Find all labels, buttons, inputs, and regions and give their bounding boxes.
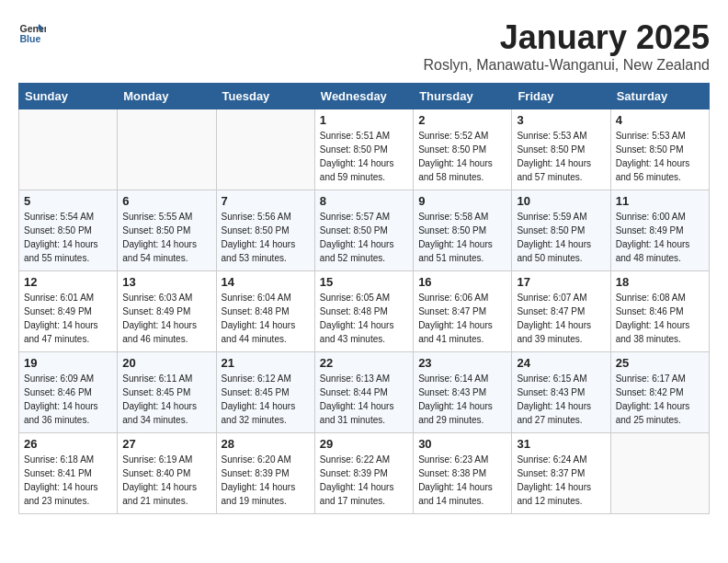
day-number: 22 (320, 356, 408, 370)
weekday-header-friday: Friday (512, 84, 610, 109)
day-info: Sunrise: 6:05 AM Sunset: 8:48 PM Dayligh… (320, 291, 408, 346)
calendar-cell: 23Sunrise: 6:14 AM Sunset: 8:43 PM Dayli… (414, 352, 512, 433)
calendar-cell: 29Sunrise: 6:22 AM Sunset: 8:39 PM Dayli… (314, 433, 413, 514)
weekday-header-row: SundayMondayTuesdayWednesdayThursdayFrid… (19, 84, 710, 109)
day-info: Sunrise: 5:53 AM Sunset: 8:50 PM Dayligh… (517, 129, 605, 184)
day-number: 8 (320, 194, 408, 208)
calendar-cell: 12Sunrise: 6:01 AM Sunset: 8:49 PM Dayli… (19, 271, 118, 352)
day-info: Sunrise: 5:57 AM Sunset: 8:50 PM Dayligh… (320, 210, 408, 265)
day-info: Sunrise: 6:06 AM Sunset: 8:47 PM Dayligh… (418, 291, 506, 346)
calendar-title: January 2025 (423, 18, 710, 57)
calendar-cell (610, 433, 709, 514)
calendar-cell (216, 109, 314, 190)
calendar-cell: 27Sunrise: 6:19 AM Sunset: 8:40 PM Dayli… (118, 433, 216, 514)
weekday-header-wednesday: Wednesday (314, 84, 413, 109)
day-info: Sunrise: 6:15 AM Sunset: 8:43 PM Dayligh… (517, 372, 605, 427)
day-info: Sunrise: 6:18 AM Sunset: 8:41 PM Dayligh… (24, 453, 112, 508)
calendar-week-row: 26Sunrise: 6:18 AM Sunset: 8:41 PM Dayli… (19, 433, 710, 514)
day-info: Sunrise: 5:53 AM Sunset: 8:50 PM Dayligh… (616, 129, 704, 184)
calendar-cell: 2Sunrise: 5:52 AM Sunset: 8:50 PM Daylig… (414, 109, 512, 190)
day-number: 6 (122, 194, 210, 208)
day-number: 30 (418, 437, 506, 451)
day-number: 12 (24, 275, 112, 289)
day-info: Sunrise: 6:09 AM Sunset: 8:46 PM Dayligh… (24, 372, 112, 427)
day-number: 4 (616, 113, 704, 127)
day-info: Sunrise: 6:17 AM Sunset: 8:42 PM Dayligh… (616, 372, 704, 427)
day-number: 10 (517, 194, 605, 208)
calendar-cell: 24Sunrise: 6:15 AM Sunset: 8:43 PM Dayli… (512, 352, 610, 433)
day-number: 31 (517, 437, 605, 451)
day-info: Sunrise: 6:11 AM Sunset: 8:45 PM Dayligh… (122, 372, 210, 427)
weekday-header-thursday: Thursday (414, 84, 512, 109)
day-info: Sunrise: 5:56 AM Sunset: 8:50 PM Dayligh… (222, 210, 310, 265)
weekday-header-monday: Monday (118, 84, 216, 109)
day-number: 29 (320, 437, 408, 451)
day-info: Sunrise: 5:52 AM Sunset: 8:50 PM Dayligh… (418, 129, 506, 184)
day-number: 2 (418, 113, 506, 127)
day-info: Sunrise: 6:22 AM Sunset: 8:39 PM Dayligh… (320, 453, 408, 508)
calendar-cell: 1Sunrise: 5:51 AM Sunset: 8:50 PM Daylig… (314, 109, 413, 190)
calendar-cell: 10Sunrise: 5:59 AM Sunset: 8:50 PM Dayli… (512, 190, 610, 271)
day-info: Sunrise: 6:13 AM Sunset: 8:44 PM Dayligh… (320, 372, 408, 427)
calendar-cell: 9Sunrise: 5:58 AM Sunset: 8:50 PM Daylig… (414, 190, 512, 271)
calendar-cell (19, 109, 118, 190)
day-info: Sunrise: 6:20 AM Sunset: 8:39 PM Dayligh… (222, 453, 310, 508)
weekday-header-sunday: Sunday (19, 84, 118, 109)
calendar-cell (118, 109, 216, 190)
calendar-table: SundayMondayTuesdayWednesdayThursdayFrid… (18, 83, 710, 514)
calendar-cell: 8Sunrise: 5:57 AM Sunset: 8:50 PM Daylig… (314, 190, 413, 271)
logo: General Blue (18, 18, 46, 46)
calendar-week-row: 12Sunrise: 6:01 AM Sunset: 8:49 PM Dayli… (19, 271, 710, 352)
day-number: 18 (616, 275, 704, 289)
day-info: Sunrise: 5:54 AM Sunset: 8:50 PM Dayligh… (24, 210, 112, 265)
day-number: 21 (222, 356, 310, 370)
day-number: 7 (222, 194, 310, 208)
weekday-header-saturday: Saturday (610, 84, 709, 109)
day-info: Sunrise: 6:23 AM Sunset: 8:38 PM Dayligh… (418, 453, 506, 508)
calendar-cell: 4Sunrise: 5:53 AM Sunset: 8:50 PM Daylig… (610, 109, 709, 190)
calendar-cell: 22Sunrise: 6:13 AM Sunset: 8:44 PM Dayli… (314, 352, 413, 433)
day-number: 27 (122, 437, 210, 451)
day-info: Sunrise: 6:04 AM Sunset: 8:48 PM Dayligh… (222, 291, 310, 346)
calendar-cell: 25Sunrise: 6:17 AM Sunset: 8:42 PM Dayli… (610, 352, 709, 433)
day-info: Sunrise: 6:08 AM Sunset: 8:46 PM Dayligh… (616, 291, 704, 346)
calendar-week-row: 1Sunrise: 5:51 AM Sunset: 8:50 PM Daylig… (19, 109, 710, 190)
day-number: 24 (517, 356, 605, 370)
day-number: 14 (222, 275, 310, 289)
calendar-cell: 14Sunrise: 6:04 AM Sunset: 8:48 PM Dayli… (216, 271, 314, 352)
day-info: Sunrise: 6:01 AM Sunset: 8:49 PM Dayligh… (24, 291, 112, 346)
calendar-cell: 11Sunrise: 6:00 AM Sunset: 8:49 PM Dayli… (610, 190, 709, 271)
day-info: Sunrise: 6:12 AM Sunset: 8:45 PM Dayligh… (222, 372, 310, 427)
day-info: Sunrise: 5:58 AM Sunset: 8:50 PM Dayligh… (418, 210, 506, 265)
calendar-cell: 7Sunrise: 5:56 AM Sunset: 8:50 PM Daylig… (216, 190, 314, 271)
day-info: Sunrise: 5:55 AM Sunset: 8:50 PM Dayligh… (122, 210, 210, 265)
day-info: Sunrise: 5:51 AM Sunset: 8:50 PM Dayligh… (320, 129, 408, 184)
calendar-cell: 19Sunrise: 6:09 AM Sunset: 8:46 PM Dayli… (19, 352, 118, 433)
calendar-cell: 5Sunrise: 5:54 AM Sunset: 8:50 PM Daylig… (19, 190, 118, 271)
day-number: 19 (24, 356, 112, 370)
day-info: Sunrise: 5:59 AM Sunset: 8:50 PM Dayligh… (517, 210, 605, 265)
day-number: 1 (320, 113, 408, 127)
calendar-cell: 6Sunrise: 5:55 AM Sunset: 8:50 PM Daylig… (118, 190, 216, 271)
calendar-cell: 15Sunrise: 6:05 AM Sunset: 8:48 PM Dayli… (314, 271, 413, 352)
day-number: 11 (616, 194, 704, 208)
day-info: Sunrise: 6:19 AM Sunset: 8:40 PM Dayligh… (122, 453, 210, 508)
calendar-cell: 18Sunrise: 6:08 AM Sunset: 8:46 PM Dayli… (610, 271, 709, 352)
calendar-cell: 17Sunrise: 6:07 AM Sunset: 8:47 PM Dayli… (512, 271, 610, 352)
page-header: General Blue January 2025 Roslyn, Manawa… (18, 18, 710, 74)
day-number: 13 (122, 275, 210, 289)
day-number: 23 (418, 356, 506, 370)
day-info: Sunrise: 6:14 AM Sunset: 8:43 PM Dayligh… (418, 372, 506, 427)
svg-text:Blue: Blue (20, 33, 41, 44)
calendar-cell: 3Sunrise: 5:53 AM Sunset: 8:50 PM Daylig… (512, 109, 610, 190)
calendar-cell: 16Sunrise: 6:06 AM Sunset: 8:47 PM Dayli… (414, 271, 512, 352)
calendar-cell: 20Sunrise: 6:11 AM Sunset: 8:45 PM Dayli… (118, 352, 216, 433)
day-number: 17 (517, 275, 605, 289)
day-number: 3 (517, 113, 605, 127)
day-number: 20 (122, 356, 210, 370)
calendar-week-row: 5Sunrise: 5:54 AM Sunset: 8:50 PM Daylig… (19, 190, 710, 271)
day-number: 26 (24, 437, 112, 451)
day-number: 16 (418, 275, 506, 289)
day-number: 5 (24, 194, 112, 208)
day-number: 28 (222, 437, 310, 451)
